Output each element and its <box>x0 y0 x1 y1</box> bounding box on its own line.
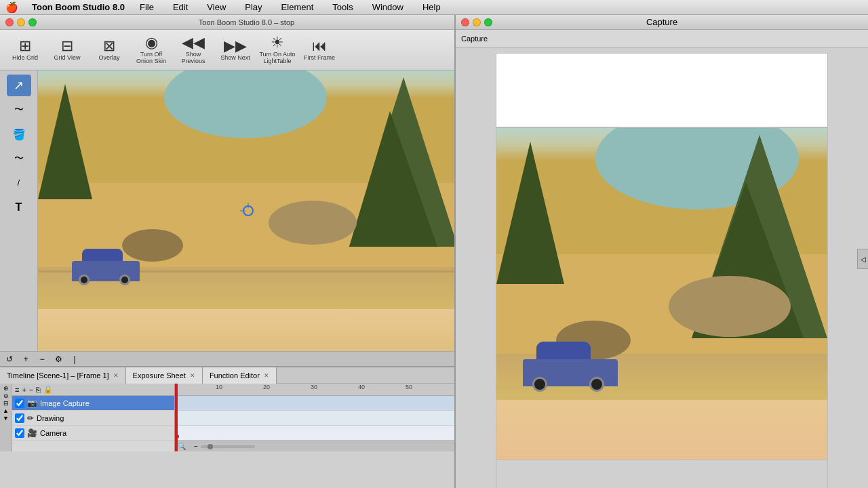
minus-icon[interactable]: − <box>35 353 49 365</box>
contour-tool[interactable]: 〜 <box>7 99 31 121</box>
dup-button[interactable]: ⎘ <box>36 386 41 394</box>
add-button[interactable]: + <box>22 386 26 394</box>
select-tool[interactable]: ↗ <box>7 75 31 96</box>
apple-logo-icon[interactable]: 🍎 <box>5 1 18 14</box>
cap-car <box>523 339 618 386</box>
hide-grid-label: Hide Grid <box>12 55 38 62</box>
title-bar: Toon Boom Studio 8.0 – stop <box>0 15 458 30</box>
car-wheel-front <box>79 274 90 285</box>
lock-button[interactable]: 🔒 <box>43 385 53 394</box>
capture-toolbar: Capture <box>456 30 868 47</box>
zoom-icon[interactable]: 🔍 <box>178 443 186 450</box>
delete-button[interactable]: − <box>29 386 33 394</box>
brush-tool[interactable]: 〜 <box>7 148 31 169</box>
tab-exposure-sheet[interactable]: Exposure Sheet ✕ <box>126 367 203 384</box>
layer-image-capture-label: Image Capture <box>40 399 90 407</box>
sidebar-toggle-button[interactable]: ◁ <box>857 249 868 269</box>
tree-right <box>349 70 458 247</box>
tab-timeline-close[interactable]: ✕ <box>113 372 119 379</box>
turn-off-onion-skin-button[interactable]: ◉ Turn Off Onion Skin <box>132 33 171 68</box>
add-layer-button[interactable]: ⊕ <box>3 385 9 392</box>
menu-bar: 🍎 Toon Boom Studio 8.0 File Edit View Pl… <box>0 0 868 15</box>
menu-window[interactable]: Window <box>368 1 408 14</box>
capture-content <box>456 47 868 488</box>
group-layer-button[interactable]: ⊟ <box>3 400 9 407</box>
car-wheel-rear <box>119 274 130 285</box>
menu-tools[interactable]: Tools <box>328 1 357 14</box>
layer-list: ≡ + − ⎘ 🔒 📷 Image Capture ✏ Drawing <box>12 384 175 451</box>
tab-timeline[interactable]: Timeline [Scene-1] – [Frame 1] ✕ <box>0 367 126 384</box>
minimize-button[interactable] <box>17 18 25 26</box>
add-icon[interactable]: + <box>19 353 33 365</box>
auto-lighttable-button[interactable]: ☀ Turn On Auto LightTable <box>258 33 297 68</box>
timeline-content: ⊕ ⊖ ⊟ ▲ ▼ ≡ + − ⎘ 🔒 📷 Image Capture <box>0 384 458 451</box>
canvas-area[interactable] <box>38 70 458 351</box>
traffic-lights <box>5 18 37 26</box>
show-next-label: Show Next <box>220 55 250 62</box>
playhead[interactable] <box>175 384 178 451</box>
zoom-thumb[interactable] <box>208 444 213 449</box>
frame-counter: | <box>68 353 81 365</box>
layer-image-capture[interactable]: 📷 Image Capture <box>12 396 174 411</box>
timeline-controls: ⊕ ⊖ ⊟ ▲ ▼ <box>0 384 12 451</box>
menu-element[interactable]: Element <box>277 1 318 14</box>
overlay-button[interactable]: ⊠ Overlay <box>90 33 129 68</box>
car-top <box>82 249 123 262</box>
tab-timeline-label: Timeline [Scene-1] – [Frame 1] <box>7 371 109 380</box>
move-down-button[interactable]: ▼ <box>3 415 9 422</box>
overlay-label: Overlay <box>98 55 119 62</box>
eraser-tool[interactable]: / <box>7 172 31 194</box>
camera-icon: 🎥 <box>27 428 37 438</box>
layer-camera-check[interactable] <box>15 428 24 438</box>
grid-view-button[interactable]: ⊟ Grid View <box>47 33 87 68</box>
hide-grid-button[interactable]: ⊞ Hide Grid <box>5 33 45 68</box>
tab-function-close[interactable]: ✕ <box>264 372 269 379</box>
collapse-all-button[interactable]: ≡ <box>15 386 19 394</box>
layer-drawing[interactable]: ✏ Drawing <box>12 411 174 426</box>
tree-left <box>38 77 92 199</box>
cap-car-wheel-front <box>532 377 547 392</box>
show-previous-button[interactable]: ◀◀ Show Previous <box>174 33 213 68</box>
text-tool[interactable]: T <box>7 197 31 218</box>
onion-skin-label: Turn Off Onion Skin <box>132 52 170 65</box>
capture-minimize-button[interactable] <box>473 18 481 26</box>
zoom-control[interactable]: − <box>194 443 255 450</box>
timeline-tabs: Timeline [Scene-1] – [Frame 1] ✕ Exposur… <box>0 367 458 384</box>
grid-icon: ⊞ <box>19 39 31 54</box>
first-frame-button[interactable]: ⏮ First Frame <box>300 33 339 68</box>
capture-maximize-button[interactable] <box>484 18 492 26</box>
paint-tool[interactable]: 🪣 <box>7 123 31 145</box>
menu-view[interactable]: View <box>203 1 230 14</box>
tab-exposure-close[interactable]: ✕ <box>190 372 195 379</box>
capture-window-title: Capture <box>646 17 677 27</box>
rock-large <box>269 201 357 245</box>
zoom-minus-icon[interactable]: − <box>194 443 198 450</box>
move-up-button[interactable]: ▲ <box>3 407 9 414</box>
frame-cell[interactable] <box>175 396 458 410</box>
close-button[interactable] <box>5 18 14 26</box>
loop-icon[interactable]: ↺ <box>3 353 16 365</box>
menu-edit[interactable]: Edit <box>169 1 192 14</box>
capture-close-button[interactable] <box>461 18 469 26</box>
maximize-button[interactable] <box>28 18 37 26</box>
show-prev-icon: ◀◀ <box>182 35 205 50</box>
capture-white-area <box>496 53 828 127</box>
settings-icon[interactable]: ⚙ <box>52 353 65 365</box>
grid-view-label: Grid View <box>54 55 81 62</box>
menu-help[interactable]: Help <box>418 1 445 14</box>
menu-play[interactable]: Play <box>241 1 266 14</box>
frame-num-20: 20 <box>263 384 270 390</box>
remove-layer-button[interactable]: ⊖ <box>3 392 9 399</box>
layer-camera[interactable]: 🎥 Camera <box>12 426 174 441</box>
layer-drawing-label: Drawing <box>37 414 64 422</box>
tab-function-editor[interactable]: Function Editor ✕ <box>203 367 277 384</box>
zoom-slider[interactable] <box>201 445 255 448</box>
layer-drawing-check[interactable] <box>15 413 24 423</box>
layer-image-capture-check[interactable] <box>15 399 24 408</box>
tab-exposure-label: Exposure Sheet <box>133 371 186 380</box>
app-name: Toon Boom Studio 8.0 <box>32 2 125 12</box>
tab-function-label: Function Editor <box>210 371 260 380</box>
show-next-button[interactable]: ▶▶ Show Next <box>216 33 255 68</box>
menu-file[interactable]: File <box>136 1 158 14</box>
svg-marker-2 <box>38 84 92 199</box>
